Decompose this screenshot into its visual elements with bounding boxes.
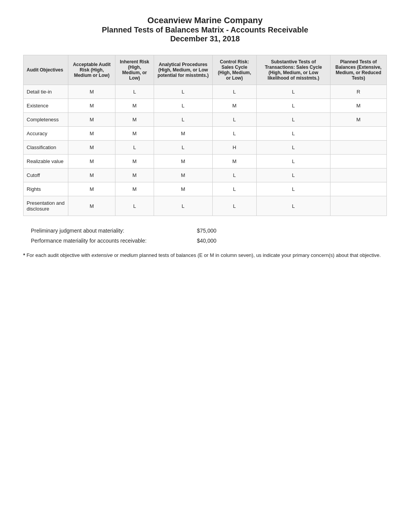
value-cell: M xyxy=(68,182,115,196)
value-cell: M xyxy=(330,99,386,113)
value-cell: M xyxy=(115,182,154,196)
performance-label: Performance materiality for accounts rec… xyxy=(31,238,197,244)
value-cell xyxy=(330,182,386,196)
value-cell: L xyxy=(115,141,154,155)
value-cell: M xyxy=(212,155,256,168)
table-row: ExistenceMMLMLM xyxy=(24,99,387,113)
value-cell: L xyxy=(256,113,330,127)
value-cell xyxy=(330,168,386,182)
value-cell: L xyxy=(154,196,212,216)
value-cell: L xyxy=(212,85,256,99)
objective-cell: Rights xyxy=(24,182,68,196)
value-cell: L xyxy=(212,196,256,216)
title-line1: Oceanview Marine Company xyxy=(23,15,387,25)
value-cell: L xyxy=(154,113,212,127)
col-header-inherent-risk: Inherent Risk (High, Medium, or Low) xyxy=(115,55,154,85)
preliminary-label: Preliminary judgment about materiality: xyxy=(31,228,197,234)
value-cell: L xyxy=(256,127,330,141)
value-cell: M xyxy=(68,141,115,155)
objective-cell: Presentation and disclosure xyxy=(24,196,68,216)
value-cell xyxy=(330,155,386,168)
value-cell: L xyxy=(256,99,330,113)
footnote-section: Preliminary judgment about materiality: … xyxy=(23,228,387,259)
table-row: CompletenessMMLLLM xyxy=(24,113,387,127)
objective-cell: Existence xyxy=(24,99,68,113)
table-row: AccuracyMMMLL xyxy=(24,127,387,141)
value-cell: L xyxy=(256,168,330,182)
title-line2: Planned Tests of Balances Matrix - Accou… xyxy=(23,25,387,34)
value-cell: M xyxy=(115,99,154,113)
value-cell xyxy=(330,127,386,141)
value-cell: M xyxy=(68,168,115,182)
value-cell xyxy=(330,141,386,155)
col-header-objective: Audit Objectives xyxy=(24,55,68,85)
value-cell: M xyxy=(68,99,115,113)
value-cell: M xyxy=(68,113,115,127)
table-row: Realizable valueMMMML xyxy=(24,155,387,168)
value-cell: L xyxy=(212,127,256,141)
col-header-control-risk: Control Risk: Sales Cycle (High, Medium,… xyxy=(212,55,256,85)
value-cell: M xyxy=(115,155,154,168)
table-row: RightsMMMLL xyxy=(24,182,387,196)
value-cell: M xyxy=(154,168,212,182)
table-header-row: Audit Objectives Acceptable Audit Risk (… xyxy=(24,55,387,85)
table-row: Detail tie-inMLLLLR xyxy=(24,85,387,99)
value-cell: L xyxy=(212,168,256,182)
value-cell: L xyxy=(154,85,212,99)
footnote-asterisk: * xyxy=(23,252,25,258)
value-cell: M xyxy=(115,127,154,141)
col-header-substantive-tests: Substantive Tests of Transactions: Sales… xyxy=(256,55,330,85)
value-cell: L xyxy=(212,182,256,196)
value-cell: L xyxy=(256,196,330,216)
value-cell: M xyxy=(68,127,115,141)
value-cell: M xyxy=(68,155,115,168)
materiality-performance-row: Performance materiality for accounts rec… xyxy=(23,238,387,244)
value-cell: M xyxy=(212,99,256,113)
objective-cell: Classification xyxy=(24,141,68,155)
value-cell: H xyxy=(212,141,256,155)
col-header-planned-tests: Planned Tests of Balances (Extensive, Me… xyxy=(330,55,386,85)
value-cell: M xyxy=(68,85,115,99)
value-cell: M xyxy=(68,196,115,216)
objective-cell: Completeness xyxy=(24,113,68,127)
title-line3: December 31, 2018 xyxy=(23,34,387,43)
materiality-preliminary-row: Preliminary judgment about materiality: … xyxy=(23,228,387,234)
value-cell: M xyxy=(154,127,212,141)
value-cell xyxy=(330,196,386,216)
objective-cell: Realizable value xyxy=(24,155,68,168)
preliminary-value: $75,000 xyxy=(197,228,217,234)
col-header-acceptable-risk: Acceptable Audit Risk (High, Medium or L… xyxy=(68,55,115,85)
objective-cell: Cutoff xyxy=(24,168,68,182)
value-cell: L xyxy=(115,85,154,99)
value-cell: L xyxy=(256,141,330,155)
page-title: Oceanview Marine Company Planned Tests o… xyxy=(23,15,387,43)
value-cell: L xyxy=(115,196,154,216)
objective-cell: Accuracy xyxy=(24,127,68,141)
value-cell: L xyxy=(212,113,256,127)
table-row: CutoffMMMLL xyxy=(24,168,387,182)
value-cell: L xyxy=(154,141,212,155)
footnote-text: * For each audit objective with extensiv… xyxy=(23,252,387,259)
value-cell: L xyxy=(256,182,330,196)
value-cell: L xyxy=(256,155,330,168)
value-cell: R xyxy=(330,85,386,99)
value-cell: M xyxy=(115,113,154,127)
value-cell: M xyxy=(115,168,154,182)
performance-value: $40,000 xyxy=(197,238,217,244)
value-cell: M xyxy=(154,182,212,196)
value-cell: L xyxy=(256,85,330,99)
value-cell: M xyxy=(154,155,212,168)
table-row: Presentation and disclosureMLLLL xyxy=(24,196,387,216)
col-header-analytical: Analytical Procedures (High, Medium, or … xyxy=(154,55,212,85)
objective-cell: Detail tie-in xyxy=(24,85,68,99)
value-cell: L xyxy=(154,99,212,113)
value-cell: M xyxy=(330,113,386,127)
table-row: ClassificationMLLHL xyxy=(24,141,387,155)
matrix-table: Audit Objectives Acceptable Audit Risk (… xyxy=(23,55,387,216)
